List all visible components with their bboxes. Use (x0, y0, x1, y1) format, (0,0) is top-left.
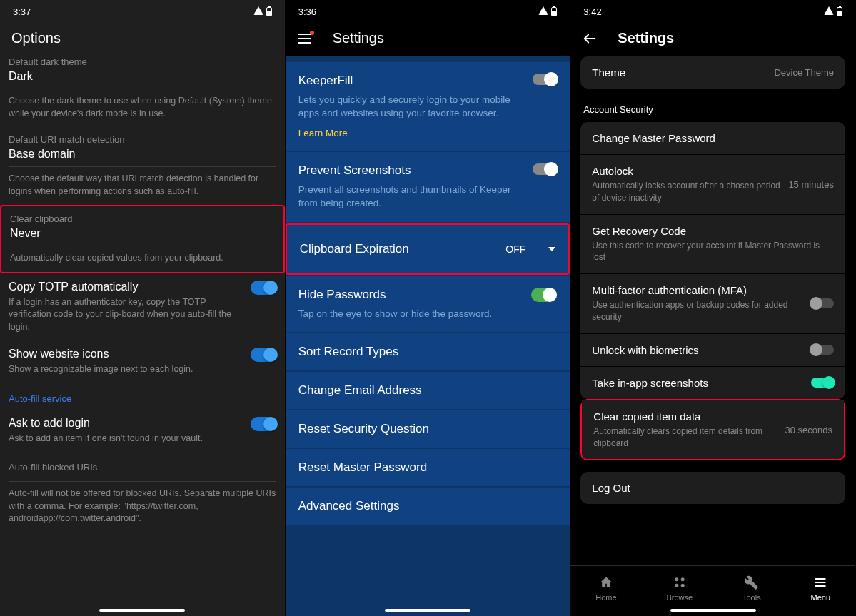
clear-clipboard-highlight: Clear clipboard Never Automatically clea… (0, 205, 285, 273)
sort-record-types-row[interactable]: Sort Record Types (286, 333, 570, 370)
change-email-title: Change Email Address (298, 383, 558, 398)
menu-button[interactable] (297, 31, 313, 46)
wifi-icon (824, 6, 834, 17)
copy-totp-desc: If a login has an authenticator key, cop… (9, 296, 245, 334)
home-indicator[interactable] (385, 609, 470, 612)
clipboard-exp-dropdown[interactable]: OFF (505, 243, 555, 255)
nav-browse[interactable]: Browse (666, 575, 693, 602)
copy-totp-row[interactable]: Copy TOTP automatically If a login has a… (0, 273, 285, 341)
prevent-ss-desc: Prevent all screenshots and thumbnails o… (298, 183, 533, 211)
default-dark-theme-row[interactable]: Default dark theme Dark Choose the dark … (0, 56, 285, 127)
reset-master-title: Reset Master Password (298, 460, 558, 475)
learn-more-link[interactable]: Learn More (298, 128, 348, 138)
blocked-uris-row[interactable]: Auto-fill will not be offered for blocke… (0, 485, 285, 532)
clipboard-exp-title: Clipboard Expiration (300, 242, 409, 256)
settings-content[interactable]: Theme Device Theme Account Security Chan… (570, 56, 855, 565)
nav-menu-label: Menu (810, 593, 830, 602)
theme-value: Device Theme (774, 67, 834, 78)
autolock-row[interactable]: Autolock Automatically locks account aft… (580, 155, 845, 215)
clipboard-exp-highlight: Clipboard Expiration OFF (286, 223, 570, 275)
phone-bitwarden: 3:37 Options Default dark theme Dark Cho… (0, 0, 286, 616)
hide-pw-title: Hide Passwords (298, 288, 532, 302)
options-content[interactable]: Default dark theme Dark Choose the dark … (0, 56, 285, 616)
grid-icon (672, 575, 688, 590)
copy-totp-toggle[interactable] (251, 281, 276, 295)
show-icons-desc: Show a recognizable image next to each l… (9, 363, 245, 376)
biometrics-toggle[interactable] (811, 345, 834, 355)
nav-tools[interactable]: Tools (742, 575, 761, 602)
show-icons-toggle[interactable] (251, 348, 276, 362)
logout-row[interactable]: Log Out (580, 472, 845, 504)
svg-point-2 (675, 584, 678, 587)
theme-row[interactable]: Theme Device Theme (580, 56, 845, 89)
nav-menu[interactable]: Menu (810, 575, 830, 602)
autolock-desc: Automatically locks account after a chos… (592, 180, 781, 204)
screenshots-toggle[interactable] (811, 378, 834, 388)
prevent-ss-toggle[interactable] (533, 163, 557, 175)
status-icons (538, 6, 557, 17)
autolock-value: 15 minutes (788, 179, 834, 190)
nav-home[interactable]: Home (595, 575, 616, 602)
prevent-ss-title: Prevent Screenshots (298, 163, 533, 178)
keeperfill-card[interactable]: KeeperFill Lets you quickly and securely… (286, 62, 570, 151)
menu-icon (812, 575, 828, 590)
change-master-password-row[interactable]: Change Master Password (580, 122, 845, 155)
wifi-icon (253, 6, 263, 17)
autolock-title: Autolock (592, 165, 781, 177)
change-email-row[interactable]: Change Email Address (286, 372, 570, 409)
recovery-code-row[interactable]: Get Recovery Code Use this code to recov… (580, 215, 845, 275)
wifi-icon (538, 6, 548, 17)
clear-clipboard-row[interactable]: Clear clipboard Never Automatically clea… (1, 206, 283, 272)
nav-home-label: Home (595, 593, 616, 602)
ask-add-login-row[interactable]: Ask to add login Ask to add an item if o… (0, 410, 285, 453)
app-bar: Settings (570, 20, 855, 56)
keeperfill-toggle[interactable] (533, 74, 557, 85)
clear-clipboard-desc: Automatically clear copied values from y… (10, 252, 275, 265)
show-icons-row[interactable]: Show website icons Show a recognizable i… (0, 340, 285, 383)
prevent-screenshots-card[interactable]: Prevent Screenshots Prevent all screensh… (286, 152, 570, 222)
battery-icon (266, 7, 272, 16)
hide-pw-desc: Tap on the eye to show or hide the passw… (298, 308, 532, 321)
clear-copied-value: 30 seconds (785, 425, 832, 435)
blocked-uris-desc: Auto-fill will not be offered for blocke… (9, 488, 276, 525)
account-security-group: Change Master Password Autolock Automati… (580, 122, 845, 399)
chevron-down-icon (548, 247, 555, 251)
home-indicator[interactable] (670, 609, 756, 612)
hide-pw-toggle[interactable] (531, 288, 557, 302)
ask-add-toggle[interactable] (251, 417, 276, 431)
notification-dot-icon (310, 31, 314, 35)
uri-match-row[interactable]: Default URI match detection Base domain … (0, 127, 285, 205)
clear-copied-title: Clear copied item data (593, 410, 777, 423)
screenshots-row[interactable]: Take in-app screenshots (580, 367, 845, 399)
biometrics-row[interactable]: Unlock with biometrics (580, 334, 845, 367)
phone-keeper: 3:36 Settings KeeperFill Lets you quickl… (286, 0, 571, 616)
sort-records-title: Sort Record Types (298, 345, 558, 359)
copy-totp-title: Copy TOTP automatically (9, 281, 245, 293)
app-bar: Options (0, 20, 285, 56)
reset-security-question-row[interactable]: Reset Security Question (286, 410, 570, 448)
phone-passwordmgr: 3:42 Settings Theme Device Theme Account… (570, 0, 856, 616)
back-button[interactable] (582, 31, 598, 46)
screenshots-title: Take in-app screenshots (592, 377, 708, 389)
spacer (286, 56, 570, 62)
reset-sec-title: Reset Security Question (298, 422, 558, 436)
status-time: 3:42 (583, 6, 601, 17)
ask-add-title: Ask to add login (9, 417, 245, 430)
clear-copied-highlight: Clear copied item data Automatically cle… (580, 399, 845, 461)
mfa-toggle[interactable] (811, 298, 834, 308)
reset-master-password-row[interactable]: Reset Master Password (286, 449, 570, 486)
mfa-row[interactable]: Multi-factor authentication (MFA) Use au… (580, 274, 845, 334)
home-indicator[interactable] (99, 609, 185, 612)
status-time: 3:36 (298, 6, 316, 17)
clear-clipboard-value: Never (10, 227, 275, 246)
page-title: Options (11, 30, 61, 46)
clear-copied-row[interactable]: Clear copied item data Automatically cle… (582, 400, 844, 460)
page-title: Settings (333, 30, 384, 46)
clipboard-expiration-row[interactable]: Clipboard Expiration OFF (287, 225, 569, 273)
advanced-settings-row[interactable]: Advanced Settings (286, 488, 570, 525)
status-icons (253, 6, 272, 17)
uri-match-desc: Choose the default way that URI match de… (9, 173, 276, 198)
hide-passwords-card[interactable]: Hide Passwords Tap on the eye to show or… (286, 276, 570, 333)
logout-title: Log Out (592, 482, 630, 494)
settings-content[interactable]: KeeperFill Lets you quickly and securely… (286, 56, 570, 616)
